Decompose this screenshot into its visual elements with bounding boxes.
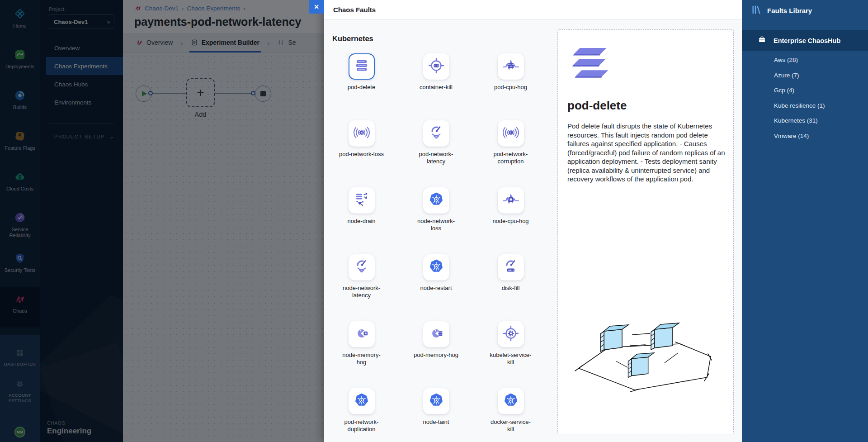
fault-card-box [349, 53, 375, 80]
fault-label: disk-fill [488, 285, 534, 292]
fault-card-pod-delete[interactable]: pod-delete [339, 53, 385, 120]
fault-grid: pod-delete container-kill pod-cpu-hog po… [324, 53, 548, 442]
fault-card-box [349, 321, 375, 347]
fault-label: node-restart [413, 285, 459, 292]
fault-card-box [423, 254, 449, 280]
fault-card-box [349, 254, 375, 280]
fault-category-list: Aws (28)Azure (7)Gcp (4)Kube resilience … [742, 52, 868, 143]
fault-label: pod-network-loss [339, 151, 385, 158]
kubernetes-icon [427, 190, 445, 210]
gauge-disk-icon [502, 257, 520, 277]
category-item-kubernetes[interactable]: Kubernetes (31) [742, 113, 868, 128]
close-icon: ✕ [314, 3, 319, 10]
category-item-vmware[interactable]: Vmware (14) [742, 128, 868, 144]
fault-card-pod-cpu-hog[interactable]: pod-cpu-hog [488, 53, 534, 120]
pulse-stack-icon [502, 57, 520, 76]
fault-label: container-kill [413, 84, 459, 91]
fault-label: pod-cpu-hog [488, 84, 534, 91]
pacman-chip-icon [353, 324, 371, 344]
drawer-header: Chaos Faults [324, 0, 742, 20]
fault-label: pod-network-corruption [488, 151, 534, 165]
drain-icon [353, 190, 371, 210]
drawer-body: Kubernetes pod-delete container-kill pod… [324, 20, 742, 442]
waves-alert-icon [502, 124, 520, 143]
waves-x-icon [353, 124, 371, 143]
fault-card-node-restart[interactable]: node-restart [413, 254, 459, 321]
big-stack-icon [571, 45, 618, 81]
fault-card-box [423, 187, 449, 214]
fault-card-box [498, 187, 524, 214]
fault-card-pod-network-loss[interactable]: pod-network-loss [339, 120, 385, 187]
modal-backdrop[interactable] [0, 0, 324, 442]
fault-label: node-drain [339, 218, 385, 225]
fault-card-node-network-loss[interactable]: node-network-loss [413, 187, 459, 254]
stack-icon [353, 57, 371, 76]
hub-item-enterprise-chaoshub[interactable]: Enterprise ChaosHub [742, 30, 868, 51]
fault-card-box [349, 120, 375, 147]
close-drawer-button[interactable]: ✕ [309, 0, 324, 14]
fault-card-box [498, 53, 524, 80]
fault-label: node-memory-hog [339, 352, 385, 366]
fault-card-box [423, 321, 449, 347]
fault-card-pod-memory-hog[interactable]: pod-memory-hog [413, 321, 459, 388]
fault-label: node-network-loss [413, 218, 459, 232]
fault-detail-title: pod-delete [567, 99, 627, 113]
fault-card-box [423, 120, 449, 147]
fault-card-pod-network-duplication[interactable]: pod-network-duplication [339, 388, 385, 442]
fault-card-node-drain[interactable]: node-drain [339, 187, 385, 254]
drawer-title: Chaos Faults [333, 6, 376, 14]
fault-label: docker-service-kill [488, 418, 534, 433]
fault-detail-description: Pod delete fault disrupts the state of K… [567, 122, 726, 184]
fault-card-box [498, 388, 524, 414]
fault-card-disk-fill[interactable]: disk-fill [488, 254, 534, 321]
fault-card-box [498, 254, 524, 280]
fault-label: pod-network-latency [413, 151, 459, 165]
crosshair-gear-icon [502, 324, 520, 344]
category-item-aws[interactable]: Aws (28) [742, 52, 868, 68]
fault-card-docker-service-kill[interactable]: docker-service-kill [488, 388, 534, 442]
fault-label: node-taint [413, 418, 459, 426]
fault-card-pod-network-corruption[interactable]: pod-network-corruption [488, 120, 534, 187]
briefcase-icon [742, 36, 766, 45]
fault-card-pod-network-latency[interactable]: pod-network-latency [413, 120, 459, 187]
faults-library-sidebar: Faults Library Enterprise ChaosHub Aws (… [742, 0, 868, 442]
fault-card-box [498, 321, 524, 347]
fault-card-box [423, 388, 449, 414]
fault-card-box [349, 187, 375, 214]
fault-label: node-network-latency [339, 285, 385, 299]
fault-card-box [423, 53, 449, 80]
section-title-kubernetes: Kubernetes [332, 34, 373, 43]
gauge-waves-icon [427, 124, 445, 143]
fault-label: pod-memory-hog [413, 352, 459, 359]
category-item-kube[interactable]: Kube resilience (1) [742, 98, 868, 114]
kubernetes-icon [353, 391, 371, 411]
kubernetes-icon [502, 391, 520, 411]
hub-label: Enterprise ChaosHub [774, 37, 840, 44]
fault-label: pod-network-duplication [339, 418, 385, 433]
category-item-azure[interactable]: Azure (7) [742, 68, 868, 83]
fault-label: node-cpu-hog [488, 218, 534, 225]
fault-card-node-taint[interactable]: node-taint [413, 388, 459, 442]
fault-card-node-memory-hog[interactable]: node-memory-hog [339, 321, 385, 388]
fault-label: pod-delete [339, 84, 385, 91]
fault-card-box [498, 120, 524, 147]
fault-detail-panel: pod-delete Pod delete fault disrupts the… [557, 29, 734, 434]
pulse-chip-icon [502, 190, 520, 210]
category-item-gcp[interactable]: Gcp (4) [742, 83, 868, 98]
kubernetes-icon [427, 257, 445, 277]
kubernetes-icon [427, 391, 445, 411]
faults-library-title: Faults Library [767, 7, 812, 14]
fault-card-kubelet-service-kill[interactable]: kubelet-service-kill [488, 321, 534, 388]
fault-card-container-kill[interactable]: container-kill [413, 53, 459, 120]
fault-card-box [349, 388, 375, 414]
pacman-bars-icon [427, 324, 445, 344]
pods-sketch-illustration [572, 319, 718, 408]
fault-card-node-cpu-hog[interactable]: node-cpu-hog [488, 187, 534, 254]
fault-label: kubelet-service-kill [488, 352, 534, 366]
chaos-faults-drawer: Chaos Faults Kubernetes pod-delete conta… [324, 0, 742, 442]
library-icon [751, 5, 761, 17]
faults-library-header: Faults Library [742, 0, 868, 17]
fault-card-node-network-latency[interactable]: node-network-latency [339, 254, 385, 321]
gauge-waves-icon [353, 257, 371, 277]
crosshair-container-icon [427, 57, 445, 76]
